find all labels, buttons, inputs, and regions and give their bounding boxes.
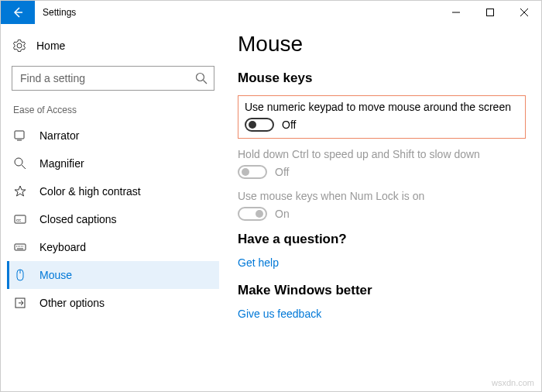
svg-rect-0	[487, 9, 494, 16]
contrast-icon	[13, 185, 27, 198]
sidebar-item-label: Other options	[39, 297, 105, 309]
better-heading: Make Windows better	[238, 283, 526, 298]
page-title: Mouse	[238, 32, 526, 57]
svg-rect-6	[15, 244, 26, 250]
keyboard-icon	[13, 241, 27, 253]
toggle-state: On	[275, 208, 290, 220]
arrow-icon	[13, 297, 27, 309]
cc-icon: cc	[13, 213, 27, 225]
sidebar-item-keyboard[interactable]: Keyboard	[7, 233, 219, 261]
sidebar-item-other-options[interactable]: Other options	[7, 289, 219, 317]
toggle-state: Off	[275, 166, 289, 178]
maximize-icon	[486, 9, 494, 16]
home-label: Home	[36, 40, 65, 52]
sidebar-item-mouse[interactable]: Mouse	[7, 261, 219, 289]
window-title: Settings	[35, 7, 439, 18]
close-button[interactable]	[507, 1, 541, 24]
maximize-button[interactable]	[473, 1, 507, 24]
close-icon	[520, 9, 528, 16]
back-button[interactable]	[1, 1, 35, 24]
mouse-icon	[13, 269, 27, 281]
svg-rect-2	[15, 131, 24, 139]
highlighted-setting: Use numeric keypad to move mouse around …	[238, 95, 526, 139]
feedback-link[interactable]: Give us feedback	[238, 308, 526, 320]
get-help-link[interactable]: Get help	[238, 256, 526, 269]
narrator-icon	[13, 129, 27, 142]
minimize-icon	[452, 9, 460, 16]
svg-point-1	[197, 74, 204, 81]
setting-label: Hold down Ctrl to speed up and Shift to …	[238, 148, 526, 160]
section-heading: Mouse keys	[238, 70, 526, 86]
sidebar-item-closed-captions[interactable]: cc Closed captions	[7, 205, 219, 233]
svg-point-3	[15, 158, 22, 166]
main-content: Mouse Mouse keys Use numeric keypad to m…	[225, 24, 541, 392]
sidebar: Home Ease of Access Narrator Magnifier C…	[1, 24, 225, 392]
home-button[interactable]: Home	[7, 33, 219, 58]
sidebar-item-narrator[interactable]: Narrator	[7, 122, 219, 150]
sidebar-item-magnifier[interactable]: Magnifier	[7, 150, 219, 177]
sidebar-item-color-contrast[interactable]: Color & high contrast	[7, 177, 219, 205]
sidebar-item-label: Closed captions	[39, 213, 117, 225]
sidebar-item-label: Mouse	[39, 269, 72, 281]
question-heading: Have a question?	[238, 232, 526, 247]
setting-label: Use numeric keypad to move mouse around …	[245, 101, 519, 113]
sidebar-item-label: Color & high contrast	[39, 185, 141, 198]
setting-label: Use mouse keys when Num Lock is on	[238, 190, 526, 202]
category-label: Ease of Access	[7, 101, 219, 122]
toggle-ctrl-shift	[238, 165, 267, 179]
svg-text:cc: cc	[16, 218, 21, 222]
sidebar-item-label: Keyboard	[39, 241, 86, 253]
search-input[interactable]	[19, 71, 195, 85]
gear-icon	[13, 40, 26, 52]
search-box[interactable]	[12, 66, 214, 91]
toggle-mouse-keys[interactable]	[245, 118, 274, 132]
minimize-button[interactable]	[439, 1, 473, 24]
sidebar-item-label: Narrator	[39, 129, 79, 142]
toggle-state: Off	[282, 119, 296, 131]
search-icon	[195, 72, 208, 84]
back-arrow-icon	[12, 6, 24, 19]
magnifier-icon	[13, 157, 27, 170]
sidebar-item-label: Magnifier	[39, 157, 84, 170]
watermark: wsxdn.com	[492, 378, 534, 387]
toggle-numlock	[238, 207, 267, 221]
